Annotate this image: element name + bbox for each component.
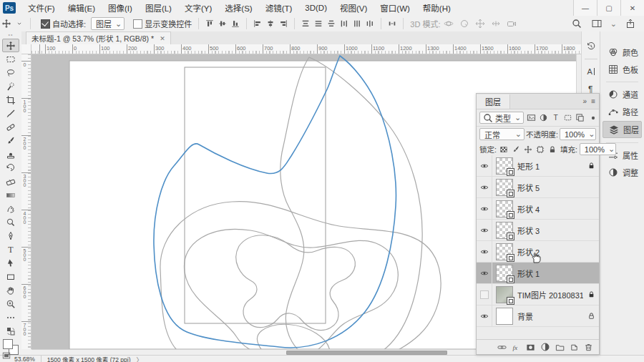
layer-thumbnail[interactable] xyxy=(496,157,513,175)
eyedropper-tool[interactable] xyxy=(2,107,19,120)
menu-item-8[interactable]: 3D(D) xyxy=(298,0,333,16)
menu-item-2[interactable]: 编辑(E) xyxy=(62,0,102,16)
workspace-icon[interactable] xyxy=(590,17,603,30)
smart-filter-icon[interactable] xyxy=(575,112,585,123)
path-select-tool[interactable] xyxy=(2,256,19,270)
dist-top-icon[interactable] xyxy=(299,17,312,30)
screen-mode-icon[interactable] xyxy=(2,351,11,360)
shape-tool[interactable] xyxy=(2,270,19,283)
collapse-panel-icon[interactable]: » xyxy=(583,97,587,105)
panel-menu-icon[interactable]: ≡ xyxy=(591,97,595,105)
align-bottom-icon[interactable] xyxy=(229,17,242,30)
visibility-toggle[interactable] xyxy=(477,263,492,283)
share-icon[interactable] xyxy=(624,17,637,30)
layer-row-3[interactable]: 形状 4 xyxy=(477,198,599,220)
pixel-filter-icon[interactable] xyxy=(526,112,537,123)
visibility-toggle[interactable] xyxy=(477,284,492,305)
dodge-tool[interactable] xyxy=(2,215,19,229)
align-hmid-icon[interactable] xyxy=(264,17,277,30)
lock-pixels-icon[interactable] xyxy=(511,144,522,155)
menu-item-11[interactable]: 帮助(H) xyxy=(416,0,457,16)
search-icon[interactable] xyxy=(570,17,583,30)
roll-3d-icon[interactable] xyxy=(458,17,471,30)
layer-thumbnail[interactable] xyxy=(496,200,513,217)
layer-row-6[interactable]: 形状 1 xyxy=(477,263,599,284)
layer-row-7[interactable]: TIM图片 2018083114... xyxy=(477,284,599,305)
auto-select-checkbox[interactable] xyxy=(41,19,50,29)
visibility-toggle[interactable] xyxy=(477,241,492,262)
pan-3d-icon[interactable] xyxy=(474,17,487,30)
camera-3d-icon[interactable] xyxy=(505,17,518,30)
layer-row-1[interactable]: 矩形 1 xyxy=(477,155,599,177)
layers-panel-button[interactable]: 图层 xyxy=(602,121,642,138)
dist-bottom-icon[interactable] xyxy=(325,17,338,30)
paragraph-panel-button[interactable]: ¶ xyxy=(586,84,596,94)
history-brush-tool[interactable] xyxy=(2,161,19,175)
quick-select-tool[interactable] xyxy=(2,79,19,93)
show-transform-checkbox[interactable] xyxy=(133,19,142,29)
menu-item-3[interactable]: 图像(I) xyxy=(102,0,139,16)
close-button[interactable]: ✕ xyxy=(620,0,644,16)
zoom-tool[interactable] xyxy=(2,297,19,310)
layer-thumbnail[interactable] xyxy=(496,179,513,196)
auto-select-dropdown[interactable]: 图层 ⌄ xyxy=(91,17,125,30)
adjustments-panel[interactable]: 调整 xyxy=(602,165,642,180)
menu-item-10[interactable]: 窗口(W) xyxy=(374,0,416,16)
visibility-toggle[interactable] xyxy=(477,220,492,240)
zoom-level[interactable]: 53.68% xyxy=(14,356,42,362)
move-tool[interactable] xyxy=(2,39,19,52)
edit-toolbar-button[interactable] xyxy=(2,310,19,324)
dist-space-icon[interactable] xyxy=(386,17,399,30)
adjustment-filter-icon[interactable] xyxy=(538,112,549,123)
align-right-icon[interactable] xyxy=(277,17,290,30)
channels-panel[interactable]: 通道 xyxy=(602,87,642,102)
layer-row-2[interactable]: 形状 5 xyxy=(477,177,599,198)
visibility-toggle[interactable] xyxy=(477,177,492,197)
menu-item-5[interactable]: 文字(Y) xyxy=(178,0,218,16)
visibility-toggle[interactable] xyxy=(477,155,492,176)
blend-mode-dropdown[interactable]: 正常 ⌄ xyxy=(479,128,525,140)
minimize-button[interactable]: — xyxy=(573,0,597,16)
dist-right-icon[interactable] xyxy=(364,17,376,30)
add-mask-button[interactable] xyxy=(526,343,535,352)
lock-transparent-icon[interactable] xyxy=(499,144,509,155)
foreground-color[interactable] xyxy=(3,339,13,349)
type-tool[interactable]: T xyxy=(2,243,19,256)
new-layer-button[interactable] xyxy=(570,343,579,352)
align-vmid-icon[interactable] xyxy=(216,17,229,30)
brush-tool[interactable] xyxy=(2,134,19,147)
eraser-tool[interactable] xyxy=(2,175,19,188)
visibility-toggle[interactable] xyxy=(477,305,492,326)
pen-tool[interactable] xyxy=(2,229,19,243)
layers-tab[interactable]: 图层 xyxy=(477,94,510,109)
menu-item-7[interactable]: 滤镜(T) xyxy=(259,0,299,16)
gradient-tool[interactable] xyxy=(2,188,19,202)
horizontal-ruler[interactable]: 1000100200300400500600700800900100011001… xyxy=(31,44,581,54)
lasso-tool[interactable] xyxy=(2,66,19,79)
dist-vmid-icon[interactable] xyxy=(312,17,325,30)
slide-3d-icon[interactable] xyxy=(489,17,502,30)
new-group-button[interactable] xyxy=(555,343,565,352)
orbit-3d-icon[interactable] xyxy=(442,17,455,30)
opacity-dropdown[interactable]: 100% ⌄ xyxy=(560,128,596,140)
filter-toggle-icon[interactable] xyxy=(587,112,598,123)
align-left-icon[interactable] xyxy=(251,17,264,30)
document-tab[interactable]: 未标题-1 @ 53.7% (形状 1, RGB/8) * ✕ xyxy=(26,31,171,44)
fill-dropdown[interactable]: 100% ⌄ xyxy=(580,143,616,155)
vertical-ruler[interactable]: 0100200300400500600700 xyxy=(21,54,31,349)
adjustment-layer-button[interactable] xyxy=(540,342,550,352)
clone-stamp-tool[interactable] xyxy=(2,147,19,161)
status-arrow-icon[interactable]: 〉 xyxy=(137,355,143,362)
close-tab-icon[interactable]: ✕ xyxy=(160,35,165,42)
hand-tool[interactable] xyxy=(2,283,19,297)
panel-grip[interactable]: •• xyxy=(9,31,14,39)
layer-row-5[interactable]: 形状 2 xyxy=(477,241,599,263)
smudge-tool[interactable] xyxy=(2,202,19,215)
layer-style-button[interactable]: fx xyxy=(512,343,521,352)
swatches-panel[interactable]: 色板 xyxy=(602,62,642,77)
align-top-icon[interactable] xyxy=(203,17,216,30)
layer-thumbnail[interactable] xyxy=(496,243,513,260)
layer-thumbnail[interactable] xyxy=(496,286,513,303)
lock-artboard-icon[interactable] xyxy=(535,144,546,155)
history-panel-button[interactable] xyxy=(586,41,596,52)
